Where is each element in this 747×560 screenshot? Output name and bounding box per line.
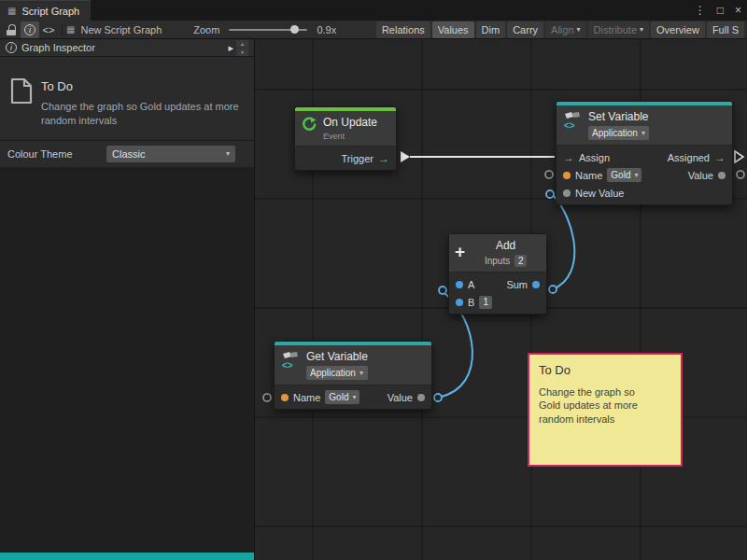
variable-scope-dropdown[interactable]: Application ▾: [306, 366, 368, 380]
a-port-icon[interactable]: [456, 281, 463, 288]
values-button[interactable]: Values: [432, 21, 474, 38]
new-value-port-icon[interactable]: [563, 189, 571, 197]
flow-arrow-icon: →: [378, 153, 389, 164]
node-body: Name Gold ▾ Value: [275, 385, 431, 409]
inspector-scroll-buttons: ▲ ▼: [236, 40, 248, 56]
code-preview-button[interactable]: <>: [39, 21, 58, 38]
b-port-row[interactable]: B 1: [449, 293, 546, 311]
relations-button[interactable]: Relations: [376, 21, 430, 38]
variable-name-dropdown[interactable]: Gold ▾: [325, 390, 359, 404]
getvariable-name-input-port[interactable]: [263, 394, 271, 401]
inputs-count[interactable]: 2: [514, 255, 527, 267]
window-controls: ⋮ □ ×: [695, 0, 741, 21]
trigger-port-label: Trigger: [342, 153, 374, 164]
variable-scope-value: Application: [592, 128, 638, 138]
chevron-down-icon: ▾: [641, 129, 645, 137]
script-graph-tab-icon: ▦: [7, 6, 16, 16]
graph-asset-name[interactable]: New Script Graph: [77, 24, 165, 35]
a-sum-port-row[interactable]: A Sum: [449, 275, 546, 293]
lock-button[interactable]: [2, 21, 21, 38]
setvariable-name-input-port[interactable]: [545, 171, 553, 178]
variable-name-value: Gold: [329, 392, 348, 402]
dim-button[interactable]: Dim: [476, 21, 506, 38]
node-get-variable[interactable]: <> Get Variable Application ▾ Name Gold …: [274, 341, 432, 410]
new-value-port-row[interactable]: New Value: [557, 184, 732, 202]
add-sum-output-port[interactable]: [549, 286, 557, 293]
info-icon: i: [6, 42, 17, 53]
sum-port-icon[interactable]: [532, 281, 540, 288]
variable-scope-value: Application: [310, 368, 356, 378]
node-title: Set Variable: [588, 110, 649, 123]
carry-button[interactable]: Carry: [507, 21, 543, 38]
b-value-input[interactable]: 1: [479, 296, 492, 309]
string-port-icon[interactable]: [563, 172, 571, 179]
sticky-note[interactable]: To Do Change the graph so Gold updates a…: [528, 353, 683, 467]
graph-asset-icon: ▦: [66, 24, 75, 35]
overview-button[interactable]: Overview: [651, 21, 705, 38]
tab-script-graph[interactable]: ▦ Script Graph: [0, 0, 91, 21]
sticky-note-title: To Do: [539, 363, 671, 377]
scroll-up-button[interactable]: ▲: [236, 40, 248, 48]
chevron-down-icon: ▾: [359, 369, 363, 377]
value-port-icon[interactable]: [417, 394, 425, 401]
assign-port-row[interactable]: → Assign Assigned →: [557, 148, 732, 166]
node-body: → Assign Assigned → Name Gold ▾ Value Ne…: [557, 145, 732, 204]
node-header: <> Set Variable Application ▾: [557, 105, 732, 145]
trigger-port-row[interactable]: Trigger →: [295, 149, 396, 167]
align-label: Align: [551, 24, 573, 35]
node-header: <> Get Variable Application ▾: [275, 345, 431, 385]
assigned-port-label: Assigned: [668, 152, 710, 163]
variable-name-dropdown[interactable]: Gold ▾: [607, 168, 641, 182]
colour-theme-label: Colour Theme: [7, 148, 106, 160]
chevron-down-icon: ▾: [577, 25, 581, 34]
b-port-icon[interactable]: [456, 299, 463, 306]
sticky-note-body: Change the graph so Gold updates at more…: [539, 385, 651, 426]
graph-canvas[interactable]: On Update Event Trigger → <> Set Variabl…: [255, 39, 747, 560]
zoom-label: Zoom: [190, 24, 223, 35]
node-set-variable[interactable]: <> Set Variable Application ▾ → Assign A…: [556, 101, 733, 205]
inspector-toggle-button[interactable]: i: [21, 21, 39, 38]
align-button[interactable]: Align▾: [545, 21, 585, 38]
window-menu-icon[interactable]: ⋮: [695, 4, 706, 17]
colour-theme-dropdown[interactable]: Classic ▾: [106, 146, 235, 162]
node-subtitle: Event: [323, 132, 377, 141]
maximize-icon[interactable]: □: [717, 4, 724, 17]
toolbar-separator: [62, 23, 63, 35]
assigned-output-port[interactable]: [735, 151, 743, 162]
value-port-icon[interactable]: [718, 172, 726, 179]
lock-icon: [7, 24, 16, 35]
node-header: + Add Inputs 2: [449, 234, 546, 272]
sum-port-label: Sum: [506, 279, 528, 290]
dock-icon[interactable]: ▸: [228, 42, 233, 54]
variable-scope-dropdown[interactable]: Application ▾: [588, 126, 649, 140]
distribute-button[interactable]: Distribute▾: [588, 21, 649, 38]
zoom-slider-handle[interactable]: [290, 25, 299, 34]
zoom-value: 0.9x: [313, 24, 340, 35]
zoom-slider[interactable]: [229, 29, 307, 31]
fullscreen-button[interactable]: Full S: [707, 21, 744, 38]
node-title: Add: [496, 239, 515, 252]
add-a-input-port[interactable]: [439, 287, 446, 294]
graph-inspector-panel: i Graph Inspector ▸ ▲ ▼ To Do Change the…: [0, 39, 255, 560]
close-icon[interactable]: ×: [735, 4, 741, 17]
wire-add-to-setvariable[interactable]: [553, 196, 574, 289]
chevron-down-icon: ▾: [634, 171, 638, 179]
window-tab-bar: ▦ Script Graph ⋮ □ ×: [0, 0, 747, 21]
chevron-down-icon: ▾: [640, 25, 643, 34]
setvariable-value-output-port[interactable]: [737, 171, 744, 178]
graph-note-section: To Do Change the graph so Gold updates a…: [0, 57, 254, 140]
node-on-update[interactable]: On Update Event Trigger →: [294, 106, 397, 171]
inputs-label: Inputs: [485, 256, 510, 266]
setvariable-newvalue-input-port[interactable]: [546, 190, 554, 198]
string-port-icon[interactable]: [281, 394, 289, 401]
getvariable-value-output-port[interactable]: [434, 394, 442, 401]
scroll-down-button[interactable]: ▼: [236, 49, 248, 56]
trigger-output-port[interactable]: [401, 151, 410, 162]
name-value-port-row[interactable]: Name Gold ▾ Value: [275, 388, 431, 406]
graph-inspector-title: Graph Inspector: [21, 42, 95, 53]
node-body: Trigger →: [295, 146, 396, 170]
name-value-port-row[interactable]: Name Gold ▾ Value: [557, 166, 732, 184]
svg-text:<>: <>: [282, 360, 293, 371]
node-add[interactable]: + Add Inputs 2 A Sum B 1: [448, 233, 547, 315]
chevron-down-icon: ▾: [226, 149, 230, 158]
